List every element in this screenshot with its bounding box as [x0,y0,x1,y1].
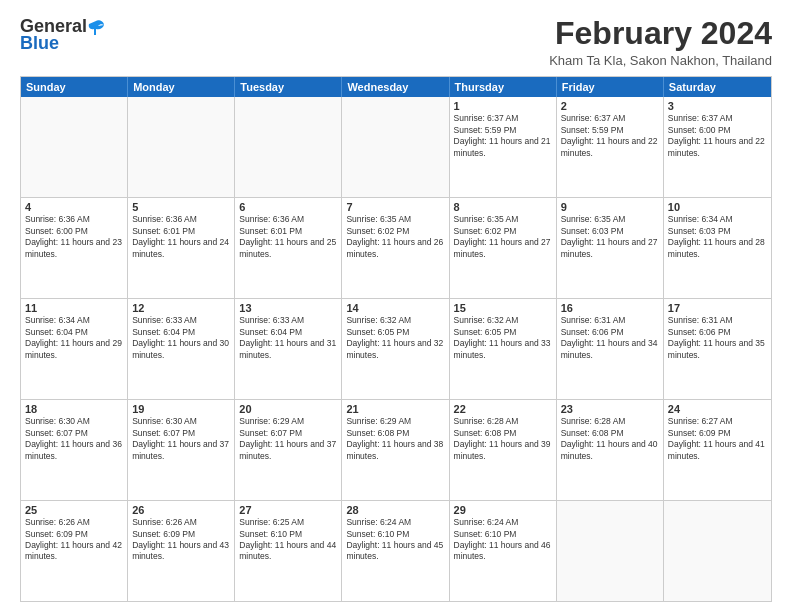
cell-info: Sunrise: 6:28 AMSunset: 6:08 PMDaylight:… [454,416,552,462]
cell-info: Sunrise: 6:37 AMSunset: 5:59 PMDaylight:… [454,113,552,159]
calendar-body: 1Sunrise: 6:37 AMSunset: 5:59 PMDaylight… [21,97,771,601]
day-of-week-saturday: Saturday [664,77,771,97]
calendar-cell-3-6: 16Sunrise: 6:31 AMSunset: 6:06 PMDayligh… [557,299,664,399]
day-of-week-monday: Monday [128,77,235,97]
calendar-cell-5-4: 28Sunrise: 6:24 AMSunset: 6:10 PMDayligh… [342,501,449,601]
calendar-row-4: 18Sunrise: 6:30 AMSunset: 6:07 PMDayligh… [21,399,771,500]
calendar-cell-5-2: 26Sunrise: 6:26 AMSunset: 6:09 PMDayligh… [128,501,235,601]
cell-info: Sunrise: 6:33 AMSunset: 6:04 PMDaylight:… [239,315,337,361]
day-number: 2 [561,100,659,112]
calendar-cell-3-1: 11Sunrise: 6:34 AMSunset: 6:04 PMDayligh… [21,299,128,399]
day-number: 20 [239,403,337,415]
day-of-week-wednesday: Wednesday [342,77,449,97]
cell-info: Sunrise: 6:24 AMSunset: 6:10 PMDaylight:… [454,517,552,563]
calendar-header: SundayMondayTuesdayWednesdayThursdayFrid… [21,77,771,97]
day-number: 8 [454,201,552,213]
day-of-week-sunday: Sunday [21,77,128,97]
calendar-cell-2-2: 5Sunrise: 6:36 AMSunset: 6:01 PMDaylight… [128,198,235,298]
day-number: 24 [668,403,767,415]
day-number: 7 [346,201,444,213]
calendar-cell-4-2: 19Sunrise: 6:30 AMSunset: 6:07 PMDayligh… [128,400,235,500]
calendar-cell-4-4: 21Sunrise: 6:29 AMSunset: 6:08 PMDayligh… [342,400,449,500]
cell-info: Sunrise: 6:37 AMSunset: 5:59 PMDaylight:… [561,113,659,159]
cell-info: Sunrise: 6:27 AMSunset: 6:09 PMDaylight:… [668,416,767,462]
day-number: 15 [454,302,552,314]
calendar-row-1: 1Sunrise: 6:37 AMSunset: 5:59 PMDaylight… [21,97,771,197]
cell-info: Sunrise: 6:24 AMSunset: 6:10 PMDaylight:… [346,517,444,563]
page: General Blue February 2024 Kham Ta Kla, … [0,0,792,612]
calendar-cell-2-3: 6Sunrise: 6:36 AMSunset: 6:01 PMDaylight… [235,198,342,298]
calendar-cell-4-7: 24Sunrise: 6:27 AMSunset: 6:09 PMDayligh… [664,400,771,500]
cell-info: Sunrise: 6:26 AMSunset: 6:09 PMDaylight:… [132,517,230,563]
cell-info: Sunrise: 6:32 AMSunset: 6:05 PMDaylight:… [346,315,444,361]
calendar-cell-5-7 [664,501,771,601]
day-number: 25 [25,504,123,516]
title-block: February 2024 Kham Ta Kla, Sakon Nakhon,… [549,16,772,68]
calendar-cell-2-7: 10Sunrise: 6:34 AMSunset: 6:03 PMDayligh… [664,198,771,298]
calendar-cell-3-2: 12Sunrise: 6:33 AMSunset: 6:04 PMDayligh… [128,299,235,399]
calendar-cell-4-6: 23Sunrise: 6:28 AMSunset: 6:08 PMDayligh… [557,400,664,500]
cell-info: Sunrise: 6:36 AMSunset: 6:00 PMDaylight:… [25,214,123,260]
calendar-cell-2-4: 7Sunrise: 6:35 AMSunset: 6:02 PMDaylight… [342,198,449,298]
day-number: 13 [239,302,337,314]
day-number: 18 [25,403,123,415]
cell-info: Sunrise: 6:34 AMSunset: 6:03 PMDaylight:… [668,214,767,260]
calendar-cell-5-5: 29Sunrise: 6:24 AMSunset: 6:10 PMDayligh… [450,501,557,601]
logo-blue: Blue [20,33,59,54]
day-of-week-thursday: Thursday [450,77,557,97]
calendar-cell-3-7: 17Sunrise: 6:31 AMSunset: 6:06 PMDayligh… [664,299,771,399]
calendar-row-3: 11Sunrise: 6:34 AMSunset: 6:04 PMDayligh… [21,298,771,399]
calendar-cell-3-3: 13Sunrise: 6:33 AMSunset: 6:04 PMDayligh… [235,299,342,399]
calendar-cell-4-3: 20Sunrise: 6:29 AMSunset: 6:07 PMDayligh… [235,400,342,500]
location: Kham Ta Kla, Sakon Nakhon, Thailand [549,53,772,68]
calendar-cell-2-1: 4Sunrise: 6:36 AMSunset: 6:00 PMDaylight… [21,198,128,298]
cell-info: Sunrise: 6:32 AMSunset: 6:05 PMDaylight:… [454,315,552,361]
cell-info: Sunrise: 6:31 AMSunset: 6:06 PMDaylight:… [668,315,767,361]
day-number: 23 [561,403,659,415]
cell-info: Sunrise: 6:30 AMSunset: 6:07 PMDaylight:… [25,416,123,462]
day-number: 12 [132,302,230,314]
cell-info: Sunrise: 6:28 AMSunset: 6:08 PMDaylight:… [561,416,659,462]
day-number: 17 [668,302,767,314]
cell-info: Sunrise: 6:36 AMSunset: 6:01 PMDaylight:… [239,214,337,260]
calendar-cell-1-3 [235,97,342,197]
logo: General Blue [20,16,105,54]
day-number: 22 [454,403,552,415]
calendar-cell-5-1: 25Sunrise: 6:26 AMSunset: 6:09 PMDayligh… [21,501,128,601]
cell-info: Sunrise: 6:30 AMSunset: 6:07 PMDaylight:… [132,416,230,462]
day-number: 6 [239,201,337,213]
logo-bird-icon [88,19,104,35]
calendar-cell-1-4 [342,97,449,197]
cell-info: Sunrise: 6:37 AMSunset: 6:00 PMDaylight:… [668,113,767,159]
cell-info: Sunrise: 6:29 AMSunset: 6:07 PMDaylight:… [239,416,337,462]
day-number: 16 [561,302,659,314]
cell-info: Sunrise: 6:34 AMSunset: 6:04 PMDaylight:… [25,315,123,361]
calendar-cell-1-6: 2Sunrise: 6:37 AMSunset: 5:59 PMDaylight… [557,97,664,197]
day-number: 3 [668,100,767,112]
calendar-cell-3-5: 15Sunrise: 6:32 AMSunset: 6:05 PMDayligh… [450,299,557,399]
day-of-week-tuesday: Tuesday [235,77,342,97]
calendar-row-5: 25Sunrise: 6:26 AMSunset: 6:09 PMDayligh… [21,500,771,601]
calendar-cell-1-7: 3Sunrise: 6:37 AMSunset: 6:00 PMDaylight… [664,97,771,197]
cell-info: Sunrise: 6:33 AMSunset: 6:04 PMDaylight:… [132,315,230,361]
header: General Blue February 2024 Kham Ta Kla, … [20,16,772,68]
cell-info: Sunrise: 6:35 AMSunset: 6:02 PMDaylight:… [454,214,552,260]
cell-info: Sunrise: 6:25 AMSunset: 6:10 PMDaylight:… [239,517,337,563]
day-number: 4 [25,201,123,213]
cell-info: Sunrise: 6:36 AMSunset: 6:01 PMDaylight:… [132,214,230,260]
cell-info: Sunrise: 6:35 AMSunset: 6:02 PMDaylight:… [346,214,444,260]
day-number: 14 [346,302,444,314]
calendar-cell-1-2 [128,97,235,197]
day-number: 28 [346,504,444,516]
calendar-cell-4-1: 18Sunrise: 6:30 AMSunset: 6:07 PMDayligh… [21,400,128,500]
day-number: 10 [668,201,767,213]
day-number: 19 [132,403,230,415]
cell-info: Sunrise: 6:26 AMSunset: 6:09 PMDaylight:… [25,517,123,563]
calendar-cell-3-4: 14Sunrise: 6:32 AMSunset: 6:05 PMDayligh… [342,299,449,399]
calendar-cell-1-1 [21,97,128,197]
cell-info: Sunrise: 6:31 AMSunset: 6:06 PMDaylight:… [561,315,659,361]
day-of-week-friday: Friday [557,77,664,97]
day-number: 5 [132,201,230,213]
day-number: 26 [132,504,230,516]
day-number: 29 [454,504,552,516]
